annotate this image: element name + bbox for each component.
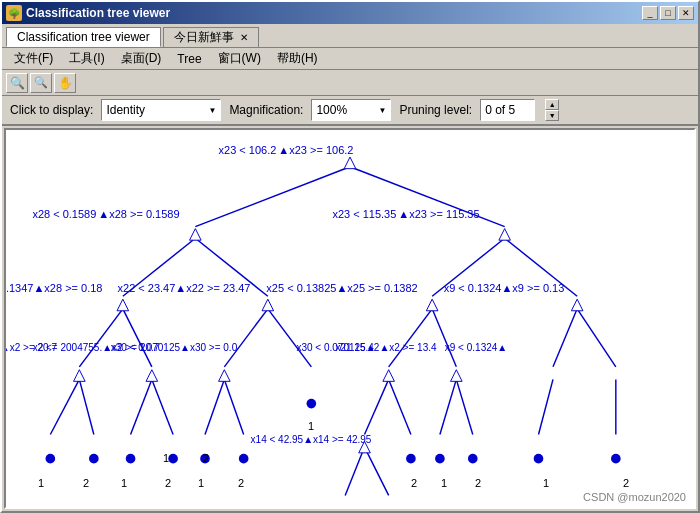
svg-line-10 [389, 309, 433, 367]
svg-line-16 [131, 379, 152, 434]
svg-marker-33 [426, 299, 438, 311]
leaf-620: 2 [623, 477, 629, 489]
svg-line-22 [440, 379, 456, 434]
node-lr-right-num: 1 [308, 420, 314, 432]
minimize-button[interactable]: _ [642, 6, 658, 20]
menu-window[interactable]: 窗口(W) [210, 48, 269, 69]
title-bar: 🌳 Classification tree viewer _ □ ✕ [2, 2, 698, 24]
menu-tools[interactable]: 工具(I) [61, 48, 112, 69]
title-bar-left: 🌳 Classification tree viewer [6, 5, 170, 21]
svg-line-17 [152, 379, 173, 434]
pruning-value: 0 of 5 [485, 103, 515, 117]
node-l2-lr: x22 < 23.47▲x22 >= 23.47 [118, 282, 251, 294]
tab-classification-tree[interactable]: Classification tree viewer [6, 27, 161, 47]
svg-point-50 [468, 454, 478, 464]
menu-help[interactable]: 帮助(H) [269, 48, 326, 69]
pan-icon: ✋ [58, 76, 73, 90]
svg-line-19 [224, 379, 243, 434]
svg-point-43 [126, 454, 136, 464]
magnification-select[interactable]: 100% ▼ [311, 99, 391, 121]
svg-point-51 [534, 454, 544, 464]
svg-point-49 [435, 454, 445, 464]
svg-point-48 [406, 454, 416, 464]
maximize-button[interactable]: □ [660, 6, 676, 20]
pruning-label: Pruning level: [399, 103, 472, 117]
tree-svg [6, 130, 694, 507]
svg-line-12 [553, 309, 577, 367]
pruning-up-button[interactable]: ▲ [545, 99, 559, 110]
svg-line-8 [224, 309, 268, 367]
menu-bar: 文件(F) 工具(I) 桌面(D) Tree 窗口(W) 帮助(H) [2, 48, 698, 70]
svg-marker-39 [451, 370, 463, 382]
leaf-1-a: 1 [38, 477, 44, 489]
close-button[interactable]: ✕ [678, 6, 694, 20]
node-l1-left: x28 < 0.1589▲x28 >= 0.1589 [32, 208, 179, 220]
svg-line-0 [195, 167, 350, 227]
pruning-input: 0 of 5 [480, 99, 535, 121]
svg-marker-36 [146, 370, 158, 382]
zoom-out-button[interactable]: 🔍 [30, 73, 52, 93]
leaf-408: 2 [411, 477, 417, 489]
leaf-2-a: 2 [83, 477, 89, 489]
svg-line-24 [539, 379, 554, 434]
svg-line-15 [79, 379, 94, 434]
node-l2-rr: x9 < 0.1324▲x9 >= 0.13 [444, 282, 565, 294]
node-x14: x14 < 42.95▲x14 >= 42.95 [251, 434, 372, 445]
svg-marker-29 [190, 229, 202, 241]
svg-marker-30 [499, 229, 511, 241]
svg-line-14 [50, 379, 79, 434]
tab-bar: Classification tree viewer 今日新鮮事 ✕ [2, 24, 698, 48]
node-l2-ll: x28 < 0.1347▲x28 >= 0.18 [4, 282, 102, 294]
node-l2-rl: x25 < 0.13825▲x25 >= 0.1382 [266, 282, 417, 294]
zoom-out-icon: 🔍 [34, 76, 48, 89]
svg-line-26 [345, 447, 364, 495]
menu-desktop[interactable]: 桌面(D) [113, 48, 170, 69]
toolbar: 🔍 🔍 ✋ [2, 70, 698, 96]
svg-line-7 [123, 309, 152, 367]
zoom-in-icon: 🔍 [10, 76, 25, 90]
window-title: Classification tree viewer [26, 6, 170, 20]
click-to-display-value: Identity [106, 103, 145, 117]
svg-point-44 [168, 454, 178, 464]
root-node-label: x23 < 106.2▲x23 >= 106.2 [219, 144, 354, 156]
svg-marker-35 [74, 370, 86, 382]
magnification-label: Magnification: [229, 103, 303, 117]
tab-label: Classification tree viewer [17, 30, 150, 44]
leaf-2-c: 2 [238, 477, 244, 489]
svg-line-6 [79, 309, 123, 367]
node-l3-rrl: x9 < 0.1324▲ [445, 342, 507, 353]
svg-line-20 [365, 379, 389, 434]
menu-tree[interactable]: Tree [169, 50, 209, 68]
menu-file[interactable]: 文件(F) [6, 48, 61, 69]
pruning-down-button[interactable]: ▼ [545, 110, 559, 121]
svg-marker-32 [262, 299, 274, 311]
svg-line-27 [365, 447, 389, 495]
node-rl-num2: 2 [203, 452, 209, 464]
app-icon: 🌳 [6, 5, 22, 21]
svg-line-21 [389, 379, 411, 434]
svg-line-13 [577, 309, 616, 367]
svg-point-47 [307, 399, 317, 409]
zoom-in-button[interactable]: 🔍 [6, 73, 28, 93]
pan-button[interactable]: ✋ [54, 73, 76, 93]
title-bar-controls: _ □ ✕ [642, 6, 694, 20]
tab-close-icon[interactable]: ✕ [240, 32, 248, 43]
svg-point-46 [239, 454, 249, 464]
dropdown-arrow-icon-2: ▼ [379, 106, 387, 115]
tab-label: 今日新鮮事 [174, 29, 234, 46]
svg-line-18 [205, 379, 224, 434]
svg-marker-37 [219, 370, 231, 382]
svg-point-42 [89, 454, 99, 464]
tab-news[interactable]: 今日新鮮事 ✕ [163, 27, 259, 47]
leaf-438: 1 [441, 477, 447, 489]
leaf-1-b: 1 [121, 477, 127, 489]
click-to-display-label: Click to display: [10, 103, 93, 117]
tree-container: x23 < 106.2▲x23 >= 106.2 x28 < 0.1589▲x2… [6, 130, 694, 507]
node-rl-num: 1 [163, 452, 169, 464]
svg-line-23 [456, 379, 472, 434]
magnification-value: 100% [316, 103, 347, 117]
svg-marker-34 [571, 299, 583, 311]
click-to-display-select[interactable]: Identity ▼ [101, 99, 221, 121]
dropdown-arrow-icon: ▼ [208, 106, 216, 115]
svg-point-52 [611, 454, 621, 464]
